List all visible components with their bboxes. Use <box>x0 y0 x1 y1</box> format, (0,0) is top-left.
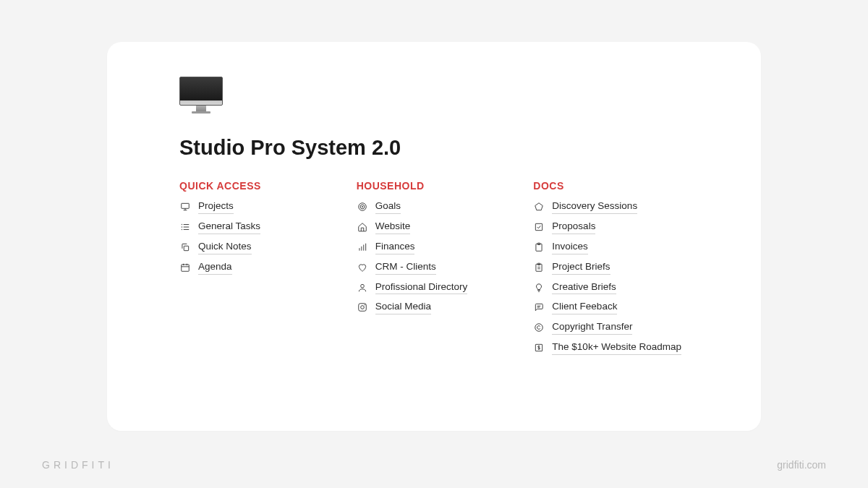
home-icon <box>357 221 368 233</box>
clipboard-list-icon <box>533 262 545 273</box>
link-label[interactable]: Project Briefs <box>552 260 610 275</box>
monitor-icon <box>179 201 191 213</box>
checkbox-icon <box>533 221 545 233</box>
link-item[interactable]: Discovery Sessions <box>533 200 689 214</box>
link-label[interactable]: CRM - Clients <box>375 260 436 275</box>
link-label[interactable]: Discovery Sessions <box>552 200 637 214</box>
message-icon <box>533 301 545 313</box>
link-item[interactable]: Projects <box>179 200 335 214</box>
section-header: QUICK ACCESS <box>179 180 335 192</box>
list-icon <box>179 221 191 233</box>
section-items: Discovery SessionsProposalsInvoicesProje… <box>533 200 689 355</box>
link-label[interactable]: Client Feeback <box>552 300 617 314</box>
link-item[interactable]: Agenda <box>179 260 335 275</box>
link-label[interactable]: Quick Notes <box>198 240 252 254</box>
link-item[interactable]: Project Briefs <box>533 260 689 275</box>
section-header: DOCS <box>533 180 689 192</box>
link-item[interactable]: Client Feeback <box>533 300 689 314</box>
link-item[interactable]: Invoices <box>533 240 689 254</box>
link-label[interactable]: Invoices <box>552 240 588 254</box>
bars-icon <box>357 241 368 253</box>
link-label[interactable]: Goals <box>375 200 401 214</box>
link-label[interactable]: Proposals <box>552 220 595 234</box>
footer-brand: GRIDFITI <box>42 459 114 471</box>
calendar-icon <box>179 262 191 273</box>
heart-icon <box>357 262 368 273</box>
footer-url: gridfiti.com <box>777 459 826 471</box>
page-card: Studio Pro System 2.0 QUICK ACCESS Proje… <box>107 42 761 431</box>
section-items: ProjectsGeneral TasksQuick NotesAgenda <box>179 200 335 275</box>
pentagon-icon <box>533 201 545 213</box>
section-header: HOUSEHOLD <box>357 180 512 192</box>
link-item[interactable]: CRM - Clients <box>357 260 512 275</box>
section-quick-access: QUICK ACCESS ProjectsGeneral TasksQuick … <box>179 180 335 361</box>
link-item[interactable]: Finances <box>357 240 512 254</box>
link-label[interactable]: General Tasks <box>198 220 260 234</box>
page-title: Studio Pro System 2.0 <box>179 136 689 160</box>
clipboard-icon <box>533 241 545 253</box>
section-items: GoalsWebsiteFinancesCRM - ClientsProfiss… <box>357 200 512 314</box>
columns-container: QUICK ACCESS ProjectsGeneral TasksQuick … <box>179 180 689 361</box>
link-label[interactable]: Finances <box>375 240 415 254</box>
section-docs: DOCS Discovery SessionsProposalsInvoices… <box>533 180 689 361</box>
link-label[interactable]: Social Media <box>375 300 431 314</box>
page-emoji-icon <box>179 77 223 117</box>
link-item[interactable]: Copyright Transfer <box>533 320 689 335</box>
link-item[interactable]: Proposals <box>533 220 689 234</box>
link-label[interactable]: Agenda <box>198 260 232 275</box>
bulb-icon <box>533 282 545 294</box>
copyright-icon <box>533 322 545 333</box>
target-icon <box>357 201 368 213</box>
instagram-icon <box>357 301 368 313</box>
link-item[interactable]: General Tasks <box>179 220 335 234</box>
link-item[interactable]: Goals <box>357 200 512 214</box>
link-item[interactable]: Quick Notes <box>179 240 335 254</box>
user-icon <box>357 282 368 294</box>
link-label[interactable]: Copyright Transfer <box>552 320 632 335</box>
link-label[interactable]: Creative Briefs <box>552 281 616 295</box>
link-label[interactable]: Projects <box>198 200 234 214</box>
link-item[interactable]: Social Media <box>357 300 512 314</box>
section-household: HOUSEHOLD GoalsWebsiteFinancesCRM - Clie… <box>357 180 512 361</box>
link-label[interactable]: The $10k+ Website Roadmap <box>552 341 681 355</box>
copy-icon <box>179 241 191 253</box>
link-label[interactable]: Profissional Directory <box>375 281 468 295</box>
link-item[interactable]: Creative Briefs <box>533 281 689 295</box>
link-item[interactable]: Profissional Directory <box>357 281 512 295</box>
link-item[interactable]: Website <box>357 220 512 234</box>
dollar-icon <box>533 342 545 354</box>
link-label[interactable]: Website <box>375 220 411 234</box>
link-item[interactable]: The $10k+ Website Roadmap <box>533 341 689 355</box>
